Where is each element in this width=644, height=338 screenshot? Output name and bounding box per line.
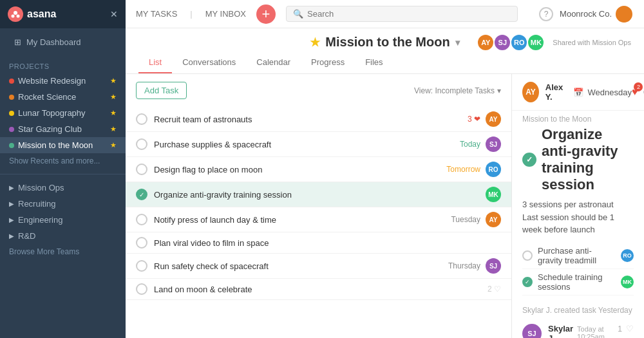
sidebar-team-engineering[interactable]: ▶ Engineering bbox=[0, 212, 126, 228]
my-tasks-link[interactable]: MY TASKS bbox=[136, 6, 177, 21]
detail-header-left: AY Alex Y. 📅 Wednesday bbox=[522, 82, 632, 102]
star-icon-mission: ★ bbox=[110, 141, 117, 149]
main-area: MY TASKS | MY INBOX + 🔍 ? Moonrock Co. ★… bbox=[126, 0, 644, 338]
search-bar[interactable]: 🔍 bbox=[286, 6, 518, 22]
tab-list[interactable]: List bbox=[138, 52, 172, 73]
task-avatar-3: RO bbox=[486, 162, 501, 177]
comment-1: SJ Skylar J. Today at 10:25am 1 ♡ Is the… bbox=[522, 319, 634, 339]
detail-description: 3 sessions per astronaut Last session sh… bbox=[512, 198, 644, 243]
table-row[interactable]: ✓ Organize anti-gravity training session… bbox=[126, 182, 511, 207]
detail-project-label: Mission to the Moon bbox=[512, 111, 644, 124]
task-avatar-2: SJ bbox=[486, 136, 501, 152]
sidebar: asana ✕ ⊞ My Dashboard PROJECTS Website … bbox=[0, 0, 126, 338]
sidebar-item-lunar-topography[interactable]: Lunar Topography ★ bbox=[0, 105, 126, 121]
project-title-text: Mission to the Moon bbox=[325, 35, 450, 50]
task-date-3: Tomorrow bbox=[446, 165, 480, 174]
search-input[interactable] bbox=[307, 9, 511, 19]
task-avatar-1: AY bbox=[486, 111, 501, 127]
table-row[interactable]: Plan viral video to film in space bbox=[126, 232, 511, 254]
task-meta-4: MK bbox=[486, 187, 501, 202]
sidebar-item-mission-moon[interactable]: Mission to the Moon ★ bbox=[0, 137, 126, 153]
table-row[interactable]: Purchase supplies & spacecraft Today SJ bbox=[126, 132, 511, 157]
task-checkbox-1[interactable] bbox=[136, 113, 147, 125]
table-row[interactable]: Land on moon & celebrate 2 ♡ bbox=[126, 279, 511, 300]
sidebar-nav-top: ⊞ My Dashboard bbox=[0, 28, 126, 56]
task-list-toolbar: Add Task View: Incomplete Tasks ▾ bbox=[126, 74, 511, 107]
table-row[interactable]: Run safety check of spacecraft Thursday … bbox=[126, 254, 511, 279]
table-row[interactable]: Recruit team of astronauts 3 ❤ AY bbox=[126, 107, 511, 132]
tab-progress[interactable]: Progress bbox=[301, 52, 355, 73]
help-button[interactable]: ? bbox=[539, 7, 553, 21]
due-date-label[interactable]: Wednesday bbox=[587, 88, 631, 97]
sidebar-close-icon[interactable]: ✕ bbox=[110, 9, 118, 19]
asana-logo-icon bbox=[8, 6, 23, 22]
sidebar-team-mission-ops[interactable]: ▶ Mission Ops bbox=[0, 180, 126, 196]
detail-header: AY Alex Y. 📅 Wednesday ♥ 2 🏷 📎 🔗 ••• bbox=[512, 74, 644, 111]
comment-body-1: Skylar J. Today at 10:25am 1 ♡ Is the si… bbox=[548, 324, 634, 339]
view-filter-dropdown[interactable]: View: Incomplete Tasks ▾ bbox=[414, 86, 501, 95]
task-checkbox-6[interactable] bbox=[136, 237, 147, 249]
task-checkbox-7[interactable] bbox=[136, 260, 147, 272]
browse-teams-link[interactable]: Browse More Teams bbox=[0, 244, 126, 259]
topbar: MY TASKS | MY INBOX + 🔍 ? Moonrock Co. bbox=[126, 0, 644, 28]
task-checkbox-4[interactable]: ✓ bbox=[136, 189, 147, 200]
detail-task-title: ✓ Organize anti-gravity training session bbox=[512, 124, 644, 198]
star-icon-gazing: ★ bbox=[110, 125, 117, 133]
add-button[interactable]: + bbox=[256, 5, 276, 24]
task-name-1: Recruit team of astronauts bbox=[154, 115, 468, 124]
task-name-8: Land on moon & celebrate bbox=[154, 285, 488, 294]
add-task-button[interactable]: Add Task bbox=[136, 82, 187, 99]
sidebar-item-website-redesign[interactable]: Website Redesign ★ bbox=[0, 73, 126, 89]
detail-subtasks: Purchase anti-gravity treadmill RO ✓ Sch… bbox=[512, 243, 644, 302]
sidebar-item-star-gazing[interactable]: Star Gazing Club ★ bbox=[0, 121, 126, 137]
list-item[interactable]: ✓ Schedule training sessions MK bbox=[522, 269, 634, 296]
sidebar-item-rocket-science[interactable]: Rocket Science ★ bbox=[0, 89, 126, 105]
detail-due: 📅 Wednesday bbox=[573, 88, 631, 97]
task-meta-1: 3 ❤ AY bbox=[468, 111, 501, 127]
mission-ops-label: Mission Ops bbox=[18, 183, 64, 192]
subtask-name-2: Schedule training sessions bbox=[538, 272, 616, 292]
detail-comments: SJ Skylar J. Today at 10:25am 1 ♡ Is the… bbox=[512, 319, 644, 339]
due-date-icon: 📅 bbox=[573, 88, 583, 97]
detail-assignee-name[interactable]: Alex Y. bbox=[545, 82, 567, 102]
project-title: ★ Mission to the Moon ▾ bbox=[310, 35, 459, 50]
task-checkbox-3[interactable] bbox=[136, 164, 147, 175]
sidebar-team-recruiting[interactable]: ▶ Recruiting bbox=[0, 196, 126, 212]
task-checkbox-2[interactable] bbox=[136, 138, 147, 150]
sidebar-item-dashboard[interactable]: ⊞ My Dashboard bbox=[0, 33, 126, 51]
table-row[interactable]: Design flag to place on moon Tomorrow RO bbox=[126, 157, 511, 182]
subtask-check-1[interactable] bbox=[522, 250, 533, 261]
detail-task-check[interactable]: ✓ bbox=[522, 153, 536, 167]
task-meta-2: Today SJ bbox=[460, 136, 501, 152]
mission-moon-label: Mission to the Moon bbox=[18, 140, 93, 150]
task-checkbox-5[interactable] bbox=[136, 214, 147, 225]
subtask-check-2[interactable]: ✓ bbox=[522, 277, 533, 287]
project-caret-icon[interactable]: ▾ bbox=[455, 37, 460, 48]
engineering-label: Engineering bbox=[18, 215, 62, 225]
avatar-ro: RO bbox=[510, 33, 528, 52]
table-row[interactable]: Notify press of launch day & time Tuesda… bbox=[126, 207, 511, 232]
task-date-7: Thursday bbox=[448, 261, 480, 270]
tab-files[interactable]: Files bbox=[355, 52, 393, 73]
task-date-2: Today bbox=[460, 140, 480, 149]
task-avatar-4: MK bbox=[486, 187, 501, 202]
topbar-right: ? Moonrock Co. bbox=[539, 5, 634, 24]
tab-calendar[interactable]: Calendar bbox=[246, 52, 301, 73]
project-header: ★ Mission to the Moon ▾ AY SJ RO MK Shar… bbox=[126, 28, 644, 74]
search-icon: 🔍 bbox=[293, 9, 303, 19]
comment-like-1[interactable]: ♡ bbox=[626, 324, 634, 333]
show-recents-link[interactable]: Show Recents and more... bbox=[0, 153, 126, 169]
subtask-name-1: Purchase anti-gravity treadmill bbox=[538, 246, 616, 265]
tab-conversations[interactable]: Conversations bbox=[172, 52, 246, 73]
list-item[interactable]: Purchase anti-gravity treadmill RO bbox=[522, 243, 634, 269]
heart-count-badge: 2 bbox=[634, 82, 643, 91]
detail-creator: Skylar J. created task Yesterday bbox=[512, 302, 644, 319]
user-avatar[interactable] bbox=[614, 5, 634, 24]
task-checkbox-8[interactable] bbox=[136, 283, 147, 295]
arrow-icon-rd: ▶ bbox=[9, 232, 14, 239]
my-inbox-link[interactable]: MY INBOX bbox=[205, 6, 246, 21]
task-hearts-1: 3 ❤ bbox=[468, 115, 480, 124]
shared-label: Shared with Mission Ops bbox=[553, 39, 631, 46]
detail-task-title-text: Organize anti-gravity training session bbox=[542, 126, 634, 193]
sidebar-team-rd[interactable]: ▶ R&D bbox=[0, 228, 126, 244]
